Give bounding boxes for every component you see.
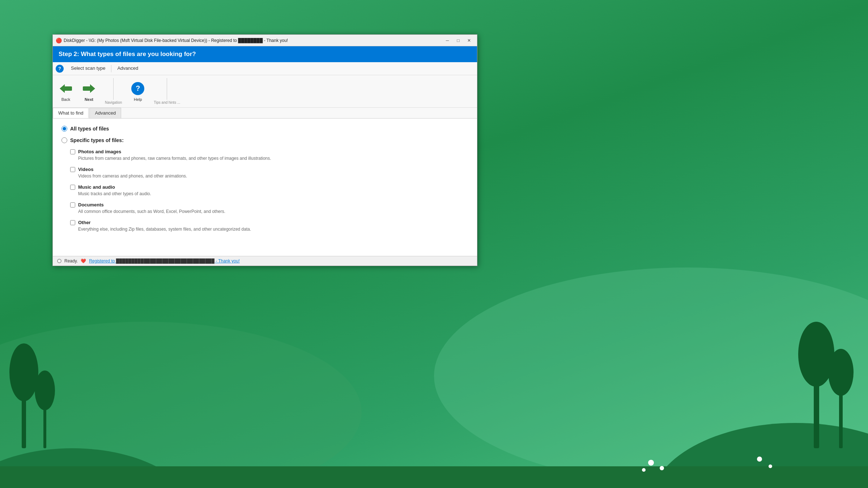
back-label: Back — [61, 97, 70, 102]
step-header: Step 2: What types of files are you look… — [53, 46, 477, 62]
next-label: Next — [85, 97, 93, 102]
music-header: Music and audio — [70, 184, 468, 190]
all-types-option[interactable]: All types of files — [61, 126, 468, 132]
back-button-group[interactable]: Back — [59, 81, 73, 102]
toolbar-separator-2 — [167, 78, 167, 100]
help-label: Help — [134, 97, 142, 102]
back-icon — [59, 81, 73, 96]
next-button-group[interactable]: Next — [82, 81, 96, 102]
tab-advanced-top[interactable]: Advanced — [113, 63, 142, 74]
other-checkbox[interactable] — [70, 220, 75, 225]
other-desc: Everything else, including Zip files, da… — [78, 227, 468, 232]
svg-rect-19 — [64, 86, 72, 91]
music-checkbox[interactable] — [70, 185, 75, 190]
title-bar-left: 🔴 DiskDigger - \\G: (My Photos (Msft Vir… — [56, 38, 288, 43]
videos-label: Videos — [78, 167, 93, 172]
title-bar: 🔴 DiskDigger - \\G: (My Photos (Msft Vir… — [53, 35, 477, 46]
documents-label: Documents — [78, 202, 104, 207]
list-item: Documents All common office documents, s… — [70, 202, 468, 214]
list-item: Photos and images Pictures from cameras … — [70, 149, 468, 161]
step-header-text: Step 2: What types of files are you look… — [59, 51, 196, 57]
music-label: Music and audio — [78, 184, 115, 190]
registered-link[interactable]: Registered to ██████████████████████████… — [89, 258, 240, 264]
documents-header: Documents — [70, 202, 468, 207]
help-icon-small[interactable]: ? — [56, 65, 64, 73]
specific-types-radio[interactable] — [61, 137, 67, 143]
specific-types-label: Specific types of files: — [70, 137, 124, 143]
help-icon: ? — [131, 81, 145, 96]
toolbar-separator-1 — [113, 78, 114, 100]
specific-types-option[interactable]: Specific types of files: — [61, 137, 468, 143]
tab-divider — [111, 65, 111, 72]
toolbar: Back Next Navigation ? Help Tips — [53, 75, 477, 108]
documents-desc: All common office documents, such as Wor… — [78, 209, 468, 214]
status-bar: Ready. ❤️ Registered to ████████████████… — [53, 256, 477, 266]
close-button[interactable]: ✕ — [464, 37, 474, 44]
navigation-group-label: Navigation — [105, 100, 122, 104]
svg-marker-18 — [60, 84, 65, 93]
main-window: 🔴 DiskDigger - \\G: (My Photos (Msft Vir… — [52, 34, 477, 266]
all-types-label: All types of files — [70, 126, 109, 132]
other-header: Other — [70, 220, 468, 225]
photos-label: Photos and images — [78, 149, 121, 154]
tips-group-label: Tips and hints ... — [154, 100, 180, 104]
tab-select-scan-type[interactable]: Select scan type — [67, 63, 110, 74]
status-text: Ready. — [64, 258, 78, 264]
app-icon: 🔴 — [56, 38, 61, 43]
list-item: Videos Videos from cameras and phones, a… — [70, 167, 468, 179]
top-tabs-row: ? Select scan type Advanced — [53, 62, 477, 75]
tab-advanced-content[interactable]: Advanced — [89, 108, 121, 118]
videos-desc: Videos from cameras and phones, and othe… — [78, 174, 468, 179]
list-item: Other Everything else, including Zip fil… — [70, 220, 468, 232]
maximize-button[interactable]: □ — [453, 37, 463, 44]
content-tabs: What to find Advanced — [53, 108, 477, 119]
tab-what-to-find[interactable]: What to find — [53, 108, 89, 118]
svg-rect-20 — [83, 86, 91, 91]
photos-desc: Pictures from cameras and phones, raw ca… — [78, 156, 468, 161]
music-desc: Music tracks and other types of audio. — [78, 191, 468, 196]
file-types-section: Photos and images Pictures from cameras … — [70, 149, 468, 232]
videos-header: Videos — [70, 167, 468, 172]
help-button-group[interactable]: ? Help — [131, 81, 145, 102]
registered-user: ████████████████████████████████ — [116, 258, 216, 264]
title-bar-controls: ─ □ ✕ — [442, 37, 474, 44]
minimize-button[interactable]: ─ — [442, 37, 452, 44]
svg-marker-21 — [90, 84, 95, 93]
photos-header: Photos and images — [70, 149, 468, 154]
status-indicator — [57, 259, 61, 263]
all-types-radio[interactable] — [61, 126, 67, 132]
main-content: All types of files Specific types of fil… — [53, 119, 477, 256]
next-icon — [82, 81, 96, 96]
documents-checkbox[interactable] — [70, 202, 75, 207]
videos-checkbox[interactable] — [70, 167, 75, 172]
list-item: Music and audio Music tracks and other t… — [70, 184, 468, 196]
heart-icon: ❤️ — [81, 258, 86, 264]
photos-checkbox[interactable] — [70, 149, 75, 154]
title-bar-text: DiskDigger - \\G: (My Photos (Msft Virtu… — [64, 38, 288, 43]
other-label: Other — [78, 220, 91, 225]
